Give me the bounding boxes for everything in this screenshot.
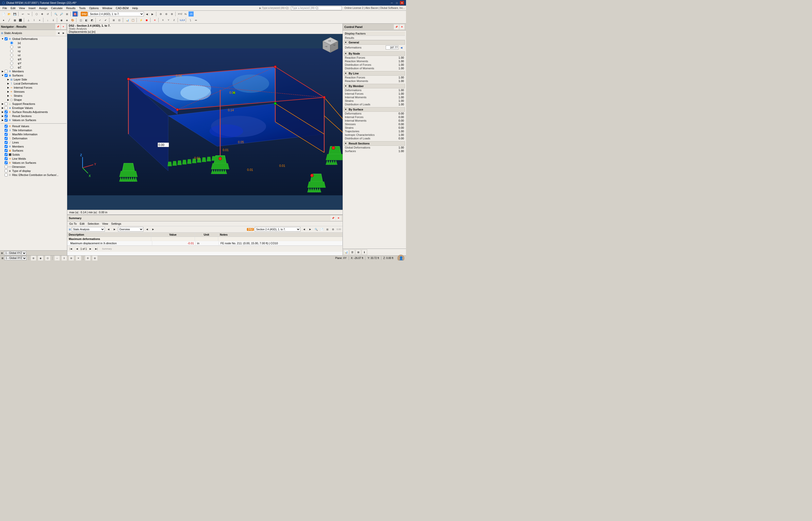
- tb2-node[interactable]: ●: [1, 18, 6, 23]
- expand-result-sections[interactable]: ▶: [1, 115, 4, 117]
- tb-save[interactable]: 💾: [12, 12, 17, 17]
- tb2-deform[interactable]: ⤵: [188, 18, 193, 23]
- nav-pin[interactable]: 📌: [55, 24, 61, 29]
- expand-global-def[interactable]: ▼: [1, 38, 4, 40]
- status-btn-2[interactable]: ◉: [38, 256, 43, 261]
- page-last[interactable]: ▶|: [94, 246, 99, 251]
- tree-result-values[interactable]: ⊞ Result Values: [1, 124, 67, 128]
- tb-next-section[interactable]: ▶: [150, 12, 155, 17]
- tree-layer-side[interactable]: ▶ ▤ Layer Side: [1, 77, 67, 82]
- cp-pin[interactable]: 📌: [394, 24, 399, 29]
- tree-uz[interactable]: uz: [1, 53, 67, 57]
- check-type-display[interactable]: [5, 169, 8, 173]
- tb2-check[interactable]: ✓: [97, 18, 102, 23]
- tree-phix[interactable]: φX: [1, 57, 67, 61]
- tree-uy[interactable]: uy: [1, 49, 67, 53]
- tree-support-reactions[interactable]: ▶ ⊥ Support Reactions: [1, 102, 67, 106]
- cp-tb-chart[interactable]: 📊: [343, 249, 349, 255]
- check-global-def[interactable]: [5, 37, 8, 40]
- tb-rotate[interactable]: ↺: [45, 12, 50, 17]
- nav-close[interactable]: ✕: [61, 24, 66, 29]
- sum-selection[interactable]: Selection: [87, 222, 100, 225]
- tree-values-surf-b[interactable]: ⊞ Values on Surfaces: [1, 161, 67, 165]
- tree-values-on-surfaces[interactable]: ▶ ⊞ Values on Surfaces: [1, 118, 67, 122]
- tree-maxmin-info[interactable]: ↕ Max/Min Information: [1, 132, 67, 136]
- tb2-snap[interactable]: ⊡: [117, 18, 122, 23]
- sum-analysis-prev[interactable]: ◀: [106, 227, 111, 232]
- sum-view-next[interactable]: ▶: [150, 227, 156, 232]
- status-btn-8[interactable]: ⚙: [85, 256, 90, 261]
- check-members[interactable]: [5, 70, 8, 73]
- cp-section-general-header[interactable]: ▼ General: [344, 40, 405, 45]
- status-btn-7[interactable]: ✕: [76, 256, 81, 261]
- radio-u-abs[interactable]: [10, 41, 13, 44]
- tree-shape[interactable]: ▶ ◯ Shape: [1, 98, 67, 102]
- tb-zoom-out[interactable]: 🔎: [59, 12, 64, 17]
- tb-zoom-in[interactable]: 🔍: [53, 12, 58, 17]
- tb-render[interactable]: 🎯: [73, 12, 78, 17]
- tb-move[interactable]: ✥: [40, 12, 45, 17]
- cp-result-sections-expand[interactable]: ▼: [344, 142, 348, 145]
- tb2-view2[interactable]: ◧: [84, 18, 89, 23]
- sum-settings[interactable]: Settings: [110, 222, 122, 225]
- minimize-button[interactable]: ─: [390, 1, 394, 5]
- check-result-sections[interactable]: [5, 114, 8, 117]
- tb2-load2[interactable]: ⇓: [51, 18, 56, 23]
- menu-file[interactable]: File: [1, 6, 9, 10]
- check-dimension[interactable]: [5, 165, 8, 168]
- tb2-check2[interactable]: ✔: [103, 18, 108, 23]
- tb2-constraint[interactable]: ⋄: [37, 18, 42, 23]
- cp-close[interactable]: ✕: [399, 24, 404, 29]
- tb2-y[interactable]: Y: [166, 18, 171, 23]
- check-envelope[interactable]: [5, 106, 8, 109]
- menu-results[interactable]: Results: [65, 6, 77, 10]
- cp-tb-list[interactable]: ☰: [350, 249, 355, 255]
- status-btn-1[interactable]: ⊞: [31, 256, 36, 261]
- tree-envelope[interactable]: ▶ ◈ Envelope Values: [1, 106, 67, 110]
- cp-deformations-input[interactable]: [386, 45, 398, 49]
- tb-js[interactable]: JS: [189, 12, 194, 17]
- expand-shape[interactable]: ▶: [7, 98, 10, 101]
- tb-new[interactable]: 📄: [1, 12, 6, 17]
- cp-node-expand[interactable]: ▼: [344, 52, 348, 55]
- expand-layer-side[interactable]: ▶: [7, 78, 10, 81]
- tree-surface-adj[interactable]: ▶ ⊞ Surface Results Adjustments: [1, 110, 67, 114]
- cp-member-expand[interactable]: ▼: [344, 85, 348, 87]
- summary-pin[interactable]: 📌: [330, 216, 335, 221]
- close-button[interactable]: ✕: [400, 1, 404, 5]
- cp-section-by-node-header[interactable]: ▼ By Node: [344, 51, 405, 56]
- tb-redo[interactable]: ↪: [26, 12, 31, 17]
- tb-select[interactable]: ⬡: [34, 12, 39, 17]
- cp-section-by-line-header[interactable]: ▼ By Line: [344, 71, 405, 76]
- cp-tb-info[interactable]: ℹ: [362, 249, 367, 255]
- tb2-color[interactable]: 🎨: [70, 18, 75, 23]
- page-prev[interactable]: ◀: [74, 246, 79, 251]
- menu-window[interactable]: Window: [101, 6, 114, 10]
- sum-tb-2[interactable]: 📄: [319, 227, 324, 232]
- check-line-welds[interactable]: [5, 157, 8, 160]
- radio-uz[interactable]: [10, 53, 13, 56]
- tb2-surface[interactable]: ▦: [12, 18, 17, 23]
- nav-next[interactable]: ▶: [61, 30, 66, 36]
- cp-general-expand[interactable]: ▼: [344, 41, 348, 44]
- tree-title-info[interactable]: ℹ Title Information: [1, 128, 67, 132]
- check-maxmin[interactable]: [5, 133, 8, 136]
- tb2-axis[interactable]: 1,2,3: [180, 18, 185, 23]
- check-members-b[interactable]: [5, 145, 8, 148]
- sum-analysis-next[interactable]: ▶: [112, 227, 117, 232]
- tree-local-deformations[interactable]: ▶ ⤵ Local Deformations: [1, 82, 67, 86]
- tb-xyz[interactable]: XYZ: [177, 12, 183, 17]
- sum-tb-3[interactable]: ⊞: [325, 227, 330, 232]
- tb2-x[interactable]: X: [160, 18, 165, 23]
- check-ribs[interactable]: [5, 174, 8, 177]
- expand-surface-adj[interactable]: ▶: [1, 111, 4, 113]
- sum-tb-4[interactable]: ⚙: [330, 227, 335, 232]
- tb2-view3[interactable]: ◩: [89, 18, 94, 23]
- radio-phix[interactable]: [10, 58, 13, 61]
- tb2-solid[interactable]: ⬛: [18, 18, 23, 23]
- tb2-support[interactable]: ⊥: [26, 18, 31, 23]
- tb-x2[interactable]: X₂: [183, 12, 188, 17]
- expand-internal-forces-surf[interactable]: ▶: [7, 86, 10, 89]
- tree-surfaces[interactable]: ▼ ▦ Surfaces: [1, 73, 67, 77]
- tree-u-abs[interactable]: |u|: [1, 41, 67, 45]
